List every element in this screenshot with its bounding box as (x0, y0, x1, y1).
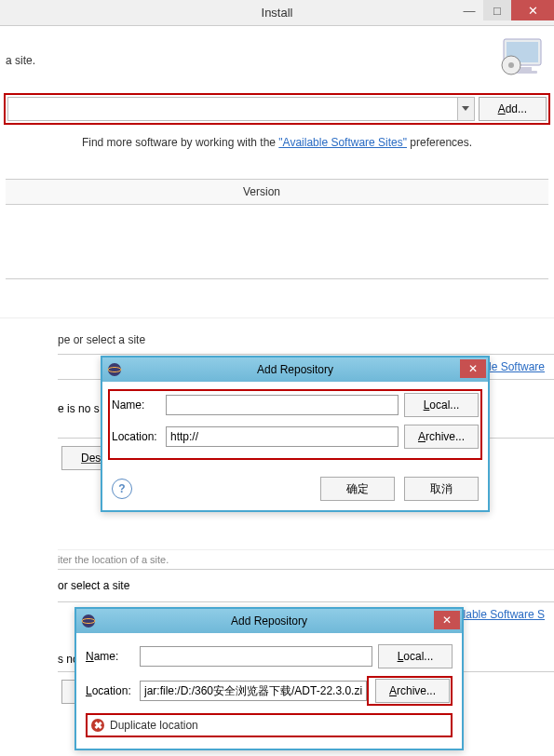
svg-point-5 (508, 62, 514, 68)
install-window: Install — □ ✕ a site. Add... Fi (0, 0, 554, 318)
dialog-titlebar: Add Repository ✕ (102, 358, 488, 382)
cancel-button[interactable]: 取消 (404, 477, 479, 501)
svg-point-6 (108, 363, 121, 376)
error-icon: ✖ (91, 719, 104, 732)
dialog-titlebar: Add Repository ✕ (76, 609, 462, 633)
dialog-title: Add Repository (257, 363, 333, 376)
installer-icon (498, 37, 545, 79)
dialog-close-button[interactable]: ✕ (434, 611, 460, 629)
eclipse-icon (80, 613, 97, 629)
findmore-text: Find more software by working with the "… (6, 125, 548, 160)
svg-point-8 (82, 614, 95, 628)
name-input[interactable] (166, 395, 399, 415)
work-with-combo[interactable] (7, 97, 475, 121)
archive-button[interactable]: Archive... (375, 679, 450, 703)
name-label: Name: (112, 398, 166, 412)
install-window-bg2: pe or select a site Find more software b… (0, 326, 554, 540)
location-input[interactable] (166, 426, 399, 447)
install-window-bg3: iter the location of a site. or select a… (0, 549, 554, 756)
table-body (6, 205, 548, 279)
location-label: Location: (112, 430, 166, 443)
name-input[interactable] (140, 646, 372, 667)
add-repository-dialog: Add Repository ✕ Name: Local... Location… (101, 356, 490, 512)
maximize-button[interactable]: □ (483, 0, 511, 20)
close-button[interactable]: ✕ (511, 0, 554, 20)
work-with-row: Add... (4, 93, 550, 125)
titlebar: Install — □ ✕ (0, 0, 554, 26)
error-text: Duplicate location (110, 719, 198, 732)
or-select-fragment: or select a site (58, 569, 554, 602)
table-header: Version (6, 179, 548, 205)
add-button[interactable]: Add... (479, 97, 547, 121)
column-version: Version (6, 185, 280, 198)
chevron-down-icon[interactable] (457, 98, 474, 120)
location-label: Location: (86, 684, 140, 697)
local-button[interactable]: Local... (378, 644, 453, 668)
available-software-link[interactable]: "Available Software Sites" (278, 136, 407, 149)
error-row: ✖ Duplicate location (86, 713, 453, 737)
eclipse-icon (106, 361, 123, 378)
help-icon[interactable]: ? (112, 479, 132, 499)
dialog-close-button[interactable]: ✕ (460, 359, 486, 378)
local-button[interactable]: Local... (404, 393, 479, 417)
location-input[interactable] (140, 681, 367, 701)
window-buttons: — □ ✕ (455, 0, 554, 20)
dialog-title: Add Repository (231, 614, 307, 628)
window-title: Install (262, 6, 293, 20)
add-repository-dialog-err: Add Repository ✕ Name: Local... Location… (74, 607, 464, 750)
work-with-input[interactable] (8, 98, 457, 120)
location-hint-fragment: iter the location of a site. (58, 549, 554, 569)
select-site-fragment: pe or select a site (58, 326, 554, 355)
ok-button[interactable]: 确定 (320, 477, 395, 501)
site-hint-fragment: a site. (6, 26, 548, 74)
minimize-button[interactable]: — (455, 0, 483, 20)
name-label: Name: (86, 650, 140, 663)
archive-button[interactable]: Archive... (404, 425, 479, 449)
